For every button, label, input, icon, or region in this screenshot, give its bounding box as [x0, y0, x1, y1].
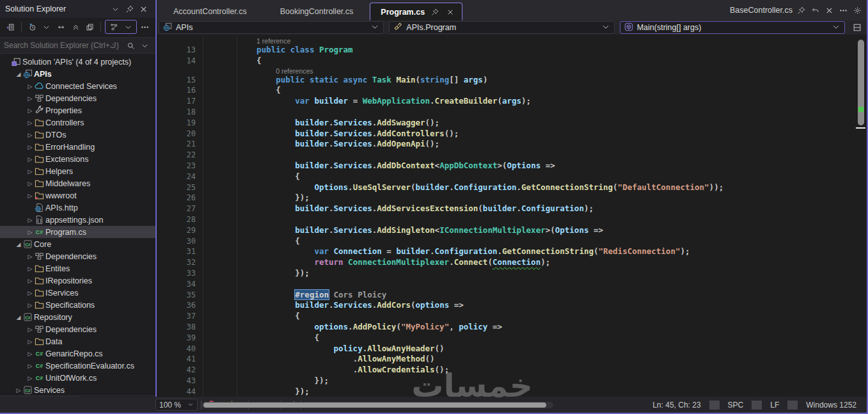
expander-icon[interactable]: ▷ — [26, 351, 35, 357]
expander-icon[interactable]: ▷ — [26, 95, 35, 102]
expander-icon[interactable]: ▷ — [26, 229, 35, 235]
pin-icon[interactable] — [430, 7, 440, 17]
close-icon[interactable] — [823, 4, 835, 16]
tree-item[interactable]: ◢C#Core — [0, 238, 155, 250]
collapse-all-button[interactable] — [69, 20, 83, 33]
expander-icon[interactable]: ▷ — [26, 83, 35, 90]
code-line[interactable]: 34 — [157, 279, 867, 290]
codelens-label[interactable]: 1 reference — [256, 37, 290, 45]
tree-item[interactable]: ▷DTOs — [0, 129, 155, 141]
code-line[interactable]: 40 policy.AllowAnyHeader() — [157, 344, 867, 354]
code-line[interactable]: 21 builder.Services.AddOpenApi(); — [157, 139, 867, 150]
tree-item[interactable]: ▷Dependencies — [0, 323, 155, 335]
code-editor[interactable]: 1 reference13 public class Program14 { 0… — [157, 35, 867, 397]
tree-item[interactable]: ▷C#UnitOfWork.cs — [0, 372, 155, 384]
tree-item[interactable]: ▷Helpers — [0, 165, 155, 177]
tab-program-active[interactable]: Program.cs — [370, 3, 462, 20]
expander-icon[interactable]: ▷ — [26, 338, 35, 345]
promote-preview-icon[interactable] — [809, 4, 821, 16]
tree-item[interactable]: ◢C#Repository — [0, 311, 155, 323]
expander-icon[interactable]: ▷ — [26, 217, 35, 223]
expander-icon[interactable]: ▷ — [14, 387, 23, 394]
tree-item[interactable]: ▷C#SpecificationEvaluator.cs — [0, 360, 155, 372]
expander-icon[interactable]: ▷ — [26, 180, 35, 187]
close-icon[interactable] — [136, 3, 150, 15]
tree-item[interactable]: ▷Middelwares — [0, 177, 155, 189]
tab-bookingcontroller[interactable]: BookingController.cs — [264, 3, 370, 20]
tree-item[interactable]: ▷C#Services — [0, 384, 155, 394]
expander-icon[interactable]: ◢ — [14, 314, 23, 321]
expander-icon[interactable]: ▷ — [26, 168, 35, 175]
expander-icon[interactable]: ▷ — [26, 193, 35, 199]
show-all-files-button[interactable] — [84, 20, 97, 33]
search-icon[interactable] — [123, 39, 138, 52]
expander-icon[interactable]: ▷ — [26, 266, 35, 272]
code-line[interactable]: 30 { — [157, 236, 867, 247]
switch-views-button[interactable] — [4, 20, 17, 33]
sync-selection-toggle[interactable] — [105, 20, 137, 34]
chevron-down-icon[interactable] — [108, 3, 122, 15]
code-line[interactable]: 28 — [157, 214, 867, 225]
more-tabs-icon[interactable] — [837, 4, 849, 16]
search-input[interactable] — [4, 41, 123, 50]
expander-icon[interactable]: ▷ — [26, 290, 35, 296]
expander-icon[interactable]: ▷ — [26, 253, 35, 260]
tree-item[interactable]: ▷Data — [0, 335, 155, 347]
expander-icon[interactable]: ▷ — [26, 302, 35, 308]
code-line[interactable]: 43 }); — [157, 376, 867, 386]
tree-item[interactable]: ▷C#GenaricRepo.cs — [0, 347, 155, 360]
codelens-label[interactable]: 0 references — [276, 67, 313, 75]
pin-icon[interactable] — [122, 3, 136, 15]
code-line[interactable]: 15 public static async Task Main(string[… — [157, 75, 867, 86]
codelens[interactable]: 0 references — [157, 67, 867, 75]
pin-icon[interactable] — [795, 4, 807, 16]
code-line[interactable]: 26 }); — [157, 193, 867, 203]
tree-item[interactable]: ▷Properties — [0, 104, 155, 116]
tree-item[interactable]: Solution 'APIs' (4 of 4 projects) — [0, 56, 155, 68]
horizontal-scrollbar[interactable] — [201, 402, 553, 408]
horizontal-scrollbar-thumb[interactable] — [203, 402, 546, 408]
code-line[interactable]: 44 }); — [157, 386, 867, 397]
tree-item[interactable]: ▷Dependencies — [0, 92, 155, 104]
encoding[interactable]: Windows 1252 — [801, 401, 862, 410]
code-line[interactable]: 18 — [157, 107, 867, 118]
search-options-chevron-icon[interactable] — [138, 39, 152, 52]
insert-mode[interactable]: SPC — [723, 401, 749, 410]
code-line[interactable]: 31 var Connection = builder.Configuratio… — [157, 246, 867, 257]
code-line[interactable]: 25 Options.UseSqlServer(builder.Configur… — [157, 182, 867, 193]
code-line[interactable]: 13 public class Program — [157, 45, 867, 56]
code-line[interactable]: 16 { — [157, 85, 867, 96]
expander-icon[interactable]: ▷ — [26, 107, 35, 114]
project-dropdown[interactable]: APIs — [159, 21, 384, 34]
expander-icon[interactable]: ▷ — [26, 363, 35, 369]
code-line[interactable]: 17 var builder = WebApplication.CreateBu… — [157, 96, 867, 107]
expander-icon[interactable]: ▷ — [26, 120, 35, 126]
preview-tab-basecontroller[interactable]: BaseController.cs — [730, 6, 793, 15]
expander-icon[interactable]: ▷ — [26, 132, 35, 138]
zoom-select[interactable]: 100 % — [155, 399, 198, 411]
tree-item[interactable]: APIs.http — [0, 202, 155, 214]
tree-item[interactable]: ▷IServices — [0, 287, 155, 299]
expander-icon[interactable]: ▷ — [26, 326, 35, 333]
tree-item[interactable]: ▷ErrorHandling — [0, 141, 155, 153]
tree-item[interactable]: ▷{}appsettings.json — [0, 214, 155, 226]
filter-dropdown-icon[interactable] — [40, 20, 53, 33]
code-line[interactable]: 37 { — [157, 311, 867, 322]
code-line[interactable]: 36 builder.Services.AddCors(options => — [157, 300, 867, 311]
code-line[interactable]: 41 .AllowAnyMethod() — [157, 354, 867, 365]
expander-icon[interactable]: ◢ — [14, 71, 23, 77]
codelens[interactable]: 1 reference — [157, 36, 867, 45]
tree-item[interactable]: ◢APIs — [0, 68, 155, 80]
tree-item[interactable]: ▷wwwroot — [0, 189, 155, 202]
more-options-button[interactable] — [138, 20, 152, 33]
code-line[interactable]: 27 builder.Services.AddServicesExctensio… — [157, 203, 867, 214]
code-line[interactable]: 20 builder.Services.AddControllers(); — [157, 129, 867, 139]
gear-icon[interactable] — [851, 4, 863, 16]
pending-changes-filter-button[interactable] — [26, 20, 39, 33]
expander-icon[interactable]: ▷ — [26, 278, 35, 284]
code-line[interactable]: 33 }); — [157, 268, 867, 279]
expander-icon[interactable]: ▷ — [26, 144, 35, 150]
type-dropdown[interactable]: APIs.Program — [389, 21, 614, 34]
cursor-position[interactable]: Ln: 45, Ch: 23 — [647, 401, 706, 410]
tree-item[interactable]: ▷C#Program.cs — [0, 226, 155, 238]
